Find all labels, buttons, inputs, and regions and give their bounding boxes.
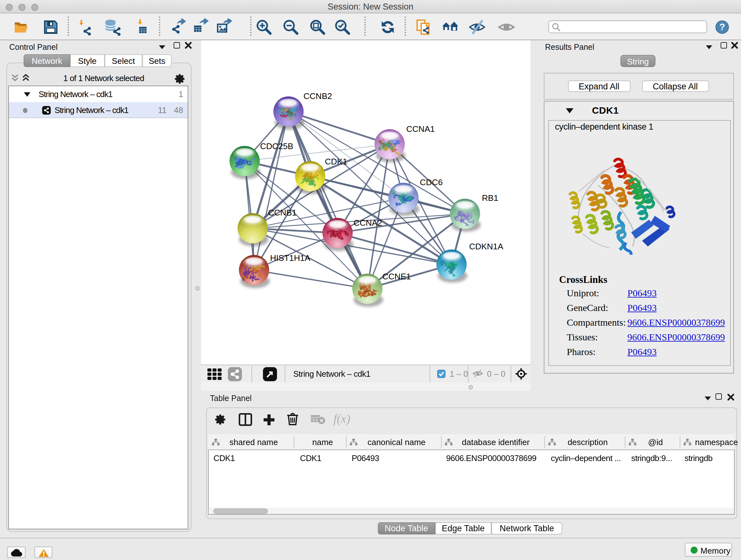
svg-text:CCNE1: CCNE1 [382,271,410,281]
svg-text:CDKN1A: CDKN1A [469,241,503,251]
svg-text:CDK1: CDK1 [325,157,347,166]
svg-text:HIST1H1A: HIST1H1A [270,253,310,262]
svg-text:RB1: RB1 [482,193,498,202]
svg-text:CDC6: CDC6 [419,177,442,187]
svg-text:CDC25B: CDC25B [260,141,293,151]
svg-text:CCNB1: CCNB1 [268,207,296,217]
svg-text:CCNB2: CCNB2 [303,91,332,101]
svg-text:CCNA1: CCNA1 [406,124,434,133]
svg-text:CCNA2: CCNA2 [353,218,382,227]
